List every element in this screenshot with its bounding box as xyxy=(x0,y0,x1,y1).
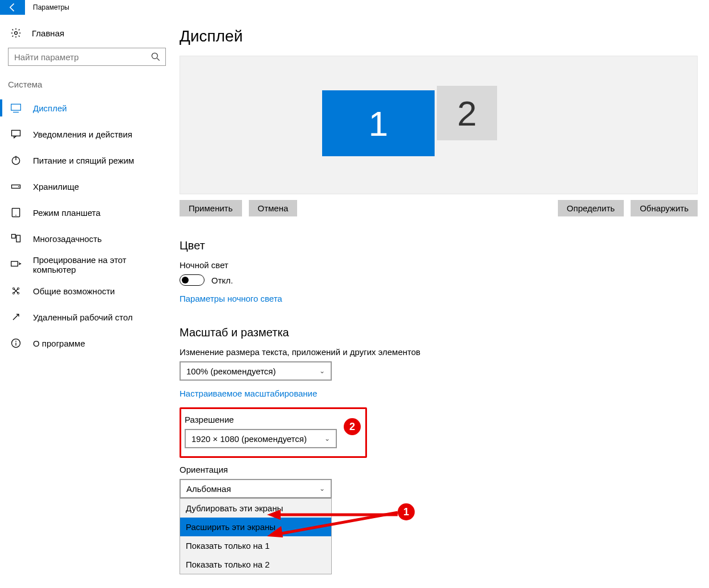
sidebar-item-label: Дисплей xyxy=(33,103,67,113)
annotation-callout-2: 2 xyxy=(344,418,361,435)
sidebar-item-notifications[interactable]: Уведомления и действия xyxy=(8,121,162,147)
scale-dropdown-value: 100% (рекомендуется) xyxy=(186,366,276,376)
sidebar-item-label: Общие возможности xyxy=(33,286,115,296)
sidebar-item-tablet[interactable]: Режим планшета xyxy=(8,199,162,226)
search-input[interactable] xyxy=(9,52,146,62)
sidebar-item-multitask[interactable]: Многозадачность xyxy=(8,226,162,252)
sidebar-item-storage[interactable]: Хранилище xyxy=(8,173,162,199)
sidebar-item-shared[interactable]: Общие возможности xyxy=(8,278,162,304)
gear-icon xyxy=(10,27,22,39)
sidebar-item-about[interactable]: О программе xyxy=(8,330,162,356)
sidebar-item-label: Хранилище xyxy=(33,182,79,191)
svg-marker-25 xyxy=(267,526,283,537)
power-icon xyxy=(10,155,22,166)
detect-button[interactable]: Обнаружить xyxy=(631,200,698,216)
sidebar-item-label: Уведомления и действия xyxy=(33,130,132,139)
svg-point-15 xyxy=(12,287,14,289)
sidebar-item-label: Проецирование на этот компьютер xyxy=(33,255,162,274)
section-color-title: Цвет xyxy=(180,239,698,252)
sidebar-item-label: Питание и спящий режим xyxy=(33,156,134,165)
svg-rect-14 xyxy=(11,261,18,266)
shared-icon xyxy=(10,285,22,297)
svg-point-16 xyxy=(18,287,19,289)
cancel-button[interactable]: Отмена xyxy=(249,200,298,216)
info-icon xyxy=(10,337,22,349)
sidebar-item-remote[interactable]: Удаленный рабочий стол xyxy=(8,304,162,330)
sidebar: Главная Система Дисплей Уведомления и де… xyxy=(0,15,170,588)
toggle-state-text: Откл. xyxy=(211,276,233,285)
orientation-dropdown[interactable]: Альбомная ⌄ xyxy=(180,479,332,498)
svg-point-9 xyxy=(18,186,19,187)
chat-icon xyxy=(10,128,22,140)
svg-rect-12 xyxy=(12,235,16,239)
sidebar-item-display[interactable]: Дисплей xyxy=(8,95,162,121)
scale-size-label: Изменение размера текста, приложений и д… xyxy=(180,347,698,357)
night-light-toggle[interactable] xyxy=(180,274,205,286)
svg-point-1 xyxy=(152,53,157,59)
resolution-dropdown[interactable]: 1920 × 1080 (рекомендуется) ⌄ xyxy=(185,429,337,448)
monitor-1[interactable]: 1 xyxy=(322,90,435,156)
orientation-value: Альбомная xyxy=(186,484,231,494)
sidebar-section-label: Система xyxy=(8,80,162,89)
sidebar-item-label: Удаленный рабочий стол xyxy=(33,312,132,322)
monitor-icon xyxy=(10,102,22,114)
scale-dropdown[interactable]: 100% (рекомендуется) ⌄ xyxy=(180,361,332,381)
resolution-label: Разрешение xyxy=(185,415,357,424)
sidebar-item-label: Режим планшета xyxy=(33,208,101,218)
multitask-icon xyxy=(10,233,22,244)
svg-rect-13 xyxy=(16,235,20,242)
sidebar-item-label: Многозадачность xyxy=(33,234,102,244)
sidebar-item-projecting[interactable]: Проецирование на этот компьютер xyxy=(8,252,162,278)
chevron-down-icon: ⌄ xyxy=(319,485,325,493)
arrow-left-icon xyxy=(7,2,18,13)
orientation-label: Ориентация xyxy=(180,465,698,474)
night-light-settings-link[interactable]: Параметры ночного света xyxy=(180,294,698,303)
identify-button[interactable]: Определить xyxy=(558,200,624,216)
svg-point-0 xyxy=(15,32,18,35)
search-box[interactable] xyxy=(8,48,166,66)
popup-option-show-only-2[interactable]: Показать только на 2 xyxy=(180,555,331,574)
main-content: Дисплей 1 2 Применить Отмена Определить … xyxy=(170,15,709,588)
remote-icon xyxy=(10,311,22,323)
chevron-down-icon: ⌄ xyxy=(319,367,325,375)
annotation-arrow-2 xyxy=(267,509,409,543)
sidebar-item-label: О программе xyxy=(33,339,85,348)
annotation-highlight-box: Разрешение 1920 × 1080 (рекомендуется) ⌄… xyxy=(180,407,367,458)
back-button[interactable] xyxy=(0,0,25,15)
resolution-value: 1920 × 1080 (рекомендуется) xyxy=(191,434,307,444)
svg-line-24 xyxy=(278,512,398,534)
section-scale-title: Масштаб и разметка xyxy=(180,326,698,339)
chevron-down-icon: ⌄ xyxy=(324,435,330,443)
svg-point-11 xyxy=(15,215,16,216)
svg-rect-3 xyxy=(11,104,21,110)
search-icon xyxy=(146,48,165,65)
svg-rect-5 xyxy=(12,130,20,136)
sidebar-home-label: Главная xyxy=(32,28,64,38)
drive-icon xyxy=(10,181,22,192)
custom-scaling-link[interactable]: Настраиваемое масштабирование xyxy=(180,389,698,398)
svg-point-21 xyxy=(15,341,16,342)
display-arrangement[interactable]: 1 2 xyxy=(180,56,698,194)
window-title: Параметры xyxy=(25,3,69,11)
tablet-icon xyxy=(10,207,22,218)
page-title: Дисплей xyxy=(180,27,698,45)
sidebar-home[interactable]: Главная xyxy=(8,23,162,48)
sidebar-item-power[interactable]: Питание и спящий режим xyxy=(8,147,162,173)
svg-line-2 xyxy=(157,59,160,61)
monitor-2[interactable]: 2 xyxy=(437,86,497,140)
night-light-label: Ночной свет xyxy=(180,260,698,270)
apply-button[interactable]: Применить xyxy=(180,200,242,216)
project-icon xyxy=(10,259,22,270)
